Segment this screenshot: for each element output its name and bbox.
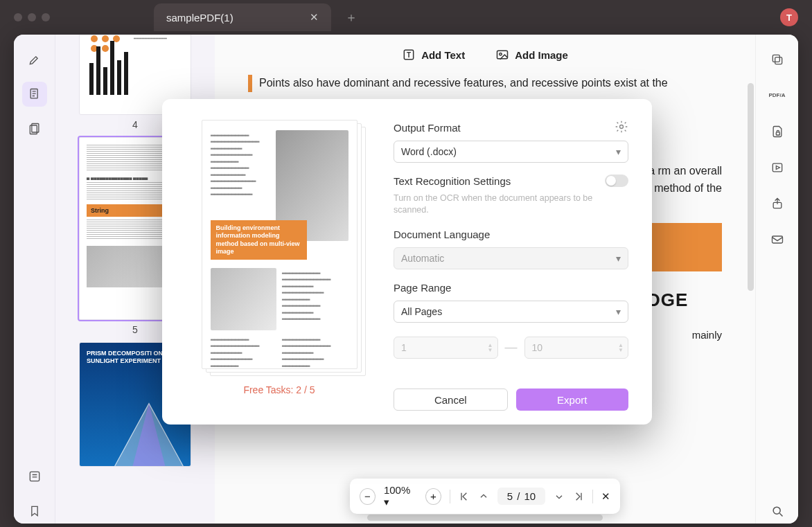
- range-dash: —: [505, 340, 518, 355]
- export-preview: ▂▂▂▂▂▂▂▂▂▂▂▂▂▂▂▂▂▂▂▂▂▂▂▂▂▂▂▂▂▂▂▂▂▂▂▂▂▂▂▂…: [186, 120, 373, 411]
- ocr-toggle[interactable]: [605, 175, 628, 187]
- doc-lang-label: Document Language: [394, 229, 628, 240]
- chevron-down-icon: ▾: [616, 146, 621, 157]
- settings-gear-icon[interactable]: [615, 120, 628, 134]
- range-start-input: 1 ▲▼: [394, 337, 498, 359]
- output-format-select[interactable]: Word (.docx) ▾: [394, 141, 628, 163]
- svg-point-26: [620, 125, 624, 129]
- page-range-select[interactable]: All Pages ▾: [394, 301, 628, 323]
- preview-banner: Building environment information modelin…: [211, 220, 307, 260]
- export-button[interactable]: Export: [516, 388, 629, 411]
- preview-page: ▂▂▂▂▂▂▂▂▂▂▂▂▂▂▂▂▂▂▂▂▂▂▂▂▂▂▂▂▂▂▂▂▂▂▂▂▂▂▂▂…: [202, 120, 358, 369]
- free-tasks-label: Free Tasks: 2 / 5: [243, 384, 315, 395]
- export-dialog-overlay: ▂▂▂▂▂▂▂▂▂▂▂▂▂▂▂▂▂▂▂▂▂▂▂▂▂▂▂▂▂▂▂▂▂▂▂▂▂▂▂▂…: [0, 0, 812, 527]
- ocr-label: Text Recognition Settings: [394, 175, 511, 187]
- doc-lang-select: Automatic ▾: [394, 247, 628, 269]
- chevron-down-icon: ▾: [616, 253, 621, 264]
- range-end-input: 10 ▲▼: [524, 337, 629, 359]
- page-range-label: Page Range: [394, 282, 628, 294]
- stepper-icon: ▲▼: [488, 343, 493, 352]
- stepper-icon: ▲▼: [618, 343, 624, 352]
- cancel-button[interactable]: Cancel: [394, 388, 508, 411]
- export-dialog: ▂▂▂▂▂▂▂▂▂▂▂▂▂▂▂▂▂▂▂▂▂▂▂▂▂▂▂▂▂▂▂▂▂▂▂▂▂▂▂▂…: [162, 99, 652, 425]
- chevron-down-icon: ▾: [616, 306, 621, 317]
- ocr-hint: Turn on the OCR when the document appear…: [394, 193, 601, 216]
- output-format-label: Output Format: [394, 122, 461, 134]
